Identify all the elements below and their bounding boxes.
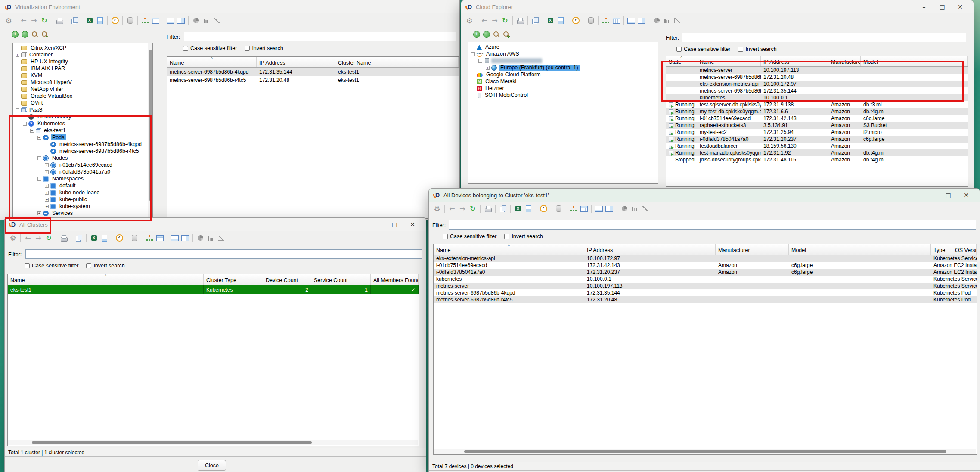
table-row-172-31-20-48[interactable]: metrics-server-6987b5d86b-r4tc5172.31.20… xyxy=(167,76,459,84)
scheduler-icon[interactable] xyxy=(571,16,580,25)
split-vertical-icon[interactable] xyxy=(180,233,190,243)
column-header-all-members-found[interactable]: All Members Found xyxy=(371,274,419,285)
expand-all-icon[interactable] xyxy=(473,31,480,38)
export-excel-icon[interactable] xyxy=(513,204,523,214)
export-document-icon[interactable] xyxy=(556,16,565,25)
database-icon[interactable] xyxy=(130,233,139,243)
close-window-button[interactable]: ✕ xyxy=(403,219,422,230)
forward-icon[interactable] xyxy=(490,16,499,25)
column-header-ip-address[interactable]: IP Address xyxy=(257,57,335,67)
chart-disabled-icon[interactable] xyxy=(640,204,650,214)
filter-input[interactable] xyxy=(25,249,422,259)
table-row-i-0dfafd3785041a7a0[interactable]: Runningi-0dfafd3785041a7a0172.31.20.237A… xyxy=(666,136,968,143)
tree-item-container[interactable]: +Container xyxy=(13,51,147,58)
tree-item-amazon-aws[interactable]: −Amazon AWS xyxy=(468,50,658,57)
expand-toggle-icon[interactable]: + xyxy=(486,66,490,70)
pie-chart-icon[interactable] xyxy=(195,233,205,243)
maximize-button[interactable]: □ xyxy=(933,1,951,12)
minimize-button[interactable]: – xyxy=(915,1,933,12)
case-sensitive-filter-checkbox[interactable] xyxy=(443,234,448,239)
column-header-manufacturer[interactable]: Manufacturer xyxy=(828,56,861,66)
table-row-metrics-server-6987b5d86b-r4tc5[interactable]: metrics-server-6987b5d86b-r4tc5172.31.20… xyxy=(666,74,968,81)
column-header-name[interactable]: Name xyxy=(697,56,761,66)
table-row-raphaeltestbuckets3[interactable]: Runningraphaeltestbuckets33.5.134.91Amaz… xyxy=(666,122,968,129)
scheduler-icon[interactable] xyxy=(115,233,124,243)
table-row-i-01cb7514ee69ecacd[interactable]: Runningi-01cb7514ee69ecacd172.31.42.143A… xyxy=(666,115,968,122)
split-horizontal-icon[interactable] xyxy=(594,204,604,214)
case-sensitive-filter-checkbox[interactable] xyxy=(183,46,188,51)
table-row-testloadbalancer[interactable]: Runningtestloadbalancer18.159.56.130Amaz… xyxy=(666,143,968,149)
scheduler-icon[interactable] xyxy=(539,204,548,214)
settings-icon[interactable] xyxy=(432,204,442,214)
collapse-toggle-icon[interactable]: − xyxy=(37,177,41,181)
settings-icon[interactable] xyxy=(465,16,474,25)
column-header-model[interactable]: Model xyxy=(861,56,968,66)
tree-view-icon[interactable] xyxy=(569,204,578,214)
expand-toggle-icon[interactable]: + xyxy=(45,184,49,188)
split-horizontal-icon[interactable] xyxy=(626,16,636,25)
copy-icon[interactable] xyxy=(498,204,508,214)
horizontal-scrollbar[interactable] xyxy=(8,440,418,445)
titlebar[interactable]: D All Devices belonging to Cluster 'eks-… xyxy=(429,189,980,202)
tree-item-soti-mobicontrol[interactable]: SOTI MobiControl xyxy=(468,92,658,99)
column-header-ip-address[interactable]: IP Address xyxy=(584,244,716,255)
tree-item-metrics-server-6987b5d86b-r4tc5[interactable]: metrics-server-6987b5d86b-r4tc5 xyxy=(13,148,147,155)
tree-item-namespaces[interactable]: −Namespaces xyxy=(13,175,147,182)
table-row-10-100-197-113[interactable]: metrics-server10.100.197.113Kubernetes S… xyxy=(434,283,977,289)
tree-item-pods[interactable]: −Pods xyxy=(13,134,147,141)
collapse-toggle-icon[interactable]: − xyxy=(471,52,475,56)
table-row-10-100-172-97[interactable]: eks-extension-metrics-api10.100.172.97Ku… xyxy=(434,255,977,262)
table-row-test-mariadb-cpkisks0yqgm-eu-central[interactable]: Runningtest-mariadb.cpkisks0yqgm.eu-cent… xyxy=(666,149,968,156)
refresh-icon[interactable] xyxy=(44,233,53,243)
titlebar[interactable]: D Virtualization Environment xyxy=(0,0,459,13)
back-icon[interactable] xyxy=(19,16,28,25)
settings-icon[interactable] xyxy=(8,233,18,243)
table-row-my-test-db-cpkisks0yqgm-eu-central-1[interactable]: Runningmy-test-db.cpkisks0yqgm.eu-centra… xyxy=(666,108,968,115)
tree-item-services[interactable]: +Services xyxy=(13,210,147,217)
column-header-cluster-name[interactable]: Cluster Name xyxy=(335,57,459,67)
collapse-toggle-icon[interactable]: − xyxy=(37,156,41,160)
horizontal-scrollbar[interactable] xyxy=(434,449,976,454)
invert-search-checkbox[interactable] xyxy=(738,47,743,52)
collapse-toggle-icon[interactable]: − xyxy=(30,129,34,133)
case-sensitive-filter-checkbox[interactable] xyxy=(25,263,30,268)
export-document-icon[interactable] xyxy=(524,204,533,214)
expand-toggle-icon[interactable]: + xyxy=(45,170,49,174)
filter-input[interactable] xyxy=(682,33,966,42)
search-next-icon[interactable] xyxy=(503,31,510,38)
tree-item-google-cloud-platform[interactable]: Google Cloud Platform xyxy=(468,71,658,78)
tree-item-kube-system[interactable]: +kube-system xyxy=(13,203,147,210)
bar-chart-icon[interactable] xyxy=(206,233,215,243)
expand-toggle-icon[interactable]: + xyxy=(16,53,19,57)
pie-chart-icon[interactable] xyxy=(620,204,629,214)
close-button[interactable]: Close xyxy=(198,460,226,471)
tree-item-microsoft-hyperv[interactable]: Microsoft HyperV xyxy=(13,79,147,86)
chart-disabled-icon[interactable] xyxy=(216,233,226,243)
collapse-toggle-icon[interactable]: − xyxy=(16,108,19,112)
column-header-name[interactable]: ^Name xyxy=(8,274,204,285)
filter-input[interactable] xyxy=(449,220,976,230)
bar-chart-icon[interactable] xyxy=(662,16,672,25)
table-row-172-31-35-144[interactable]: metrics-server-6987b5d86b-4kqpd172.31.35… xyxy=(434,289,977,296)
copy-icon[interactable] xyxy=(74,233,84,243)
refresh-icon[interactable] xyxy=(40,16,49,25)
forward-icon[interactable] xyxy=(458,204,467,214)
minimize-button[interactable]: – xyxy=(367,219,385,230)
database-icon[interactable] xyxy=(554,204,563,214)
expand-toggle-icon[interactable]: + xyxy=(45,163,49,167)
tree-item-eks-test1[interactable]: −eks-test1 xyxy=(13,127,147,134)
table-row-kubernetes[interactable]: kubernetes10.100.0.1 xyxy=(666,94,968,101)
collapse-all-icon[interactable] xyxy=(483,31,490,38)
database-icon[interactable] xyxy=(586,16,595,25)
filter-input[interactable] xyxy=(184,32,456,41)
table-row-172-31-42-143[interactable]: i-01cb7514ee69ecacd172.31.42.143Amazonc6… xyxy=(434,262,977,269)
tree-scrollbar[interactable] xyxy=(148,43,152,218)
expand-toggle-icon[interactable]: + xyxy=(37,211,41,215)
split-vertical-icon[interactable] xyxy=(605,204,614,214)
scrollbar-thumb[interactable] xyxy=(32,441,312,444)
table-view-icon[interactable] xyxy=(151,16,160,25)
tree-view-icon[interactable] xyxy=(601,16,611,25)
column-header-device-count[interactable]: Device Count xyxy=(263,274,311,285)
collapse-toggle-icon[interactable]: − xyxy=(23,122,27,126)
split-horizontal-icon[interactable] xyxy=(170,233,180,243)
